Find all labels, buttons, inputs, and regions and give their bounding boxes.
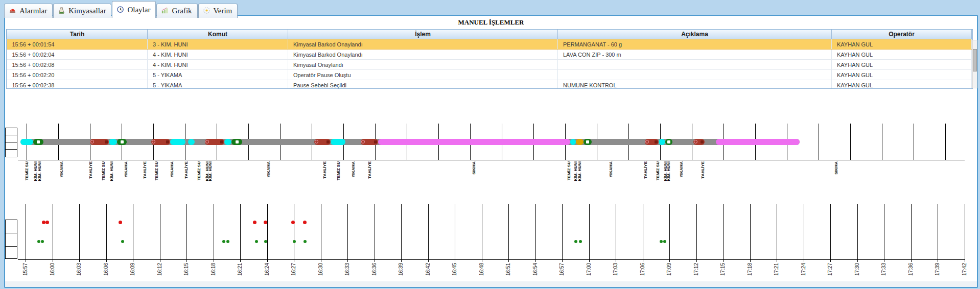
scatter-gridline: [723, 204, 724, 262]
lower-green-events-dot: [663, 240, 666, 243]
scatter-gridline: [535, 204, 536, 262]
segment-white-dot: [586, 140, 589, 143]
segment-white-dot: [37, 140, 40, 143]
timeline-event-label: YIKAMA: [59, 161, 64, 178]
timeline-event-label: KİM. HUNI: [577, 161, 582, 181]
timeline-event-label: TEMİZ SU: [656, 161, 660, 180]
x-tick-label: 16:15: [183, 263, 189, 276]
table-row[interactable]: 15:56 + 00:02:205 - YIKAMAOperatör Pause…: [7, 70, 972, 80]
timeline-event-label: TAHLİYE: [322, 161, 327, 179]
tab-verim[interactable]: Verim: [198, 4, 238, 18]
timeline-event-label: KİM. HUNI: [208, 161, 213, 181]
timeline-segment-cyan: [659, 139, 665, 145]
segment-dark-dot: [105, 140, 108, 143]
tab-kimyasallar[interactable]: Kimyasallar: [53, 4, 111, 18]
scatter-gridline: [214, 204, 214, 262]
timeline-gridline: [914, 124, 914, 160]
col-header-komut[interactable]: Komut: [148, 30, 288, 39]
timeline-segment-gray: [705, 139, 716, 145]
segment-dark-dot: [220, 140, 223, 143]
table-cell: Kimyasal Barkod Onaylandı: [288, 39, 558, 50]
page-title: MANUEL İŞLEMLER: [5, 18, 977, 27]
table-scrollbar-thumb[interactable]: [973, 49, 977, 71]
scatter-gridline: [696, 204, 697, 262]
lower-green-events-dot: [121, 240, 124, 243]
timeline-segment-green: [665, 139, 672, 145]
timeline-segment-yellow: [576, 139, 584, 145]
x-tick-label: 16:30: [318, 263, 323, 276]
col-header-tarih[interactable]: Tarih: [7, 30, 148, 39]
table-scrollbar[interactable]: [972, 40, 977, 88]
upper-red-events-dot: [42, 221, 45, 224]
tab-olaylar[interactable]: Olaylar: [112, 1, 156, 18]
segment-ring: [205, 140, 209, 143]
table-row[interactable]: 15:56 + 00:01:543 - KIM. HUNIKimyasal Ba…: [7, 39, 972, 50]
table-cell: 5 - YIKAMA: [148, 70, 288, 80]
scatter-gridline: [428, 204, 429, 262]
x-tick-label: 15:57: [22, 263, 28, 276]
timeline-segment-gray: [672, 139, 693, 145]
scatter-gridline: [616, 204, 616, 262]
table-cell: 4 - KIM. HUNI: [148, 60, 288, 70]
x-tick-label: 16:00: [50, 263, 55, 276]
timeline-segment-green: [231, 139, 242, 145]
table-cell: Pause Sebebi Seçildi: [288, 80, 558, 89]
timeline-event-label: TEMİZ SU: [101, 161, 106, 180]
table-row[interactable]: 15:56 + 00:02:385 - YIKAMAPause Sebebi S…: [7, 80, 972, 89]
scatter-gridline: [965, 204, 965, 262]
x-tick-label: 17:00: [586, 263, 592, 276]
scatter-gridline: [669, 204, 670, 262]
scatter-gridline: [294, 204, 294, 262]
tab-alarmlar[interactable]: Alarmlar: [4, 4, 53, 18]
scatter-gridline: [401, 204, 402, 262]
x-tick-label: 17:03: [613, 263, 618, 276]
col-header-operatör[interactable]: Operatör: [832, 30, 972, 39]
tab-grafik[interactable]: Grafik: [156, 4, 197, 18]
x-tick-label: 16:57: [559, 263, 565, 276]
tab-label: Olaylar: [127, 6, 150, 14]
scatter-gridline: [53, 204, 53, 262]
timeline-segment-gray: [43, 139, 90, 145]
scatter-gridline: [267, 204, 268, 262]
table-cell: 15:56 + 00:02:38: [7, 80, 148, 89]
timeline-segment-magenta: [716, 139, 800, 145]
table-cell: [558, 60, 832, 70]
x-tick-label: 16:21: [237, 263, 243, 276]
bottom-strip: [5, 281, 977, 287]
segment-dark-dot: [166, 140, 169, 143]
col-header-i̇şlem[interactable]: İşlem: [288, 30, 558, 39]
flask-icon: [58, 7, 66, 15]
x-tick-label: 17:24: [801, 263, 806, 276]
x-tick-label: 17:15: [720, 263, 726, 276]
segment-ring: [645, 140, 649, 143]
timeline-segment-cyan: [331, 139, 345, 145]
axis-cell: [6, 220, 17, 233]
table-cell: 4 - KIM. HUNI: [148, 50, 288, 60]
x-tick-label: 16:54: [532, 263, 538, 276]
table-cell: 3 - KIM. HUNI: [148, 39, 288, 50]
timeline-event-label: TEMİZ SU: [25, 161, 29, 180]
x-tick-label: 17:39: [935, 263, 940, 276]
upper-red-events-dot: [291, 221, 295, 224]
x-tick-label: 16:45: [452, 263, 457, 276]
table-cell: 15:56 + 00:01:54: [7, 39, 148, 50]
x-tick-label: 16:39: [398, 263, 404, 276]
table-row[interactable]: 15:56 + 00:02:044 - KIM. HUNIKimyasal Ba…: [7, 50, 972, 60]
manual-operations-table: TarihKomutİşlemAçıklamaOperatör 15:56 + …: [7, 30, 972, 89]
x-tick-label: 16:51: [505, 263, 511, 276]
timeline-segment-red: [90, 139, 109, 145]
timeline-event-label: TEMİZ SU: [336, 161, 341, 180]
table-row[interactable]: 15:56 + 00:02:084 - KIM. HUNIKimyasal On…: [7, 60, 972, 70]
chart-icon: [161, 7, 169, 15]
scatter-gridline: [777, 204, 777, 262]
table-cell: KAYHAN GUL: [832, 39, 972, 50]
scatter-axis-line: [18, 259, 965, 260]
col-header-açıklama[interactable]: Açıklama: [558, 30, 832, 39]
segment-ring: [694, 140, 697, 143]
x-tick-label: 16:36: [371, 263, 377, 276]
x-tick-label: 17:09: [666, 263, 672, 276]
scatter-gridline: [482, 204, 482, 262]
x-tick-label: 17:06: [640, 263, 645, 276]
tab-label: Verim: [214, 7, 232, 15]
timeline-segment-cyan: [224, 139, 231, 145]
